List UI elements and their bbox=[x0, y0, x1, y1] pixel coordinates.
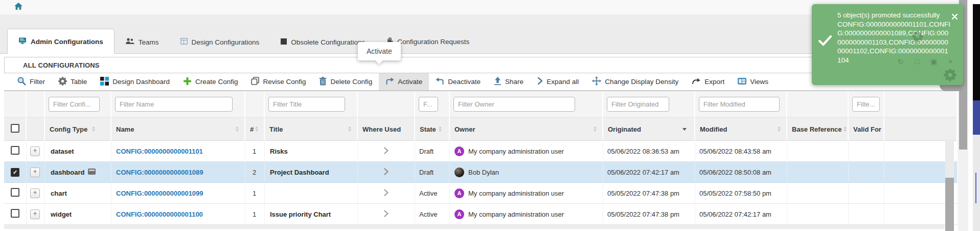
edge-strip-white bbox=[973, 0, 980, 4]
column-header-name[interactable]: Name bbox=[111, 118, 245, 141]
filter-title-input[interactable] bbox=[268, 97, 345, 112]
tab-label: Design Configurations bbox=[192, 38, 260, 46]
magnifier-icon bbox=[17, 76, 26, 87]
close-icon[interactable] bbox=[952, 12, 958, 22]
config-link[interactable]: CONFIG:0000000000001100 bbox=[112, 211, 203, 218]
filter-row bbox=[4, 91, 958, 118]
views-window-icon bbox=[738, 78, 746, 86]
copy-icon bbox=[251, 77, 259, 87]
table-row: chart CONFIG:0000000000001099 1 Active A… bbox=[4, 183, 958, 204]
row-checkbox[interactable] bbox=[11, 209, 19, 218]
home-icon[interactable] bbox=[14, 3, 22, 12]
row-checkbox[interactable]: ✓ bbox=[11, 168, 19, 177]
tab-label: Configuration Requests bbox=[397, 38, 469, 46]
curved-arrow-icon bbox=[692, 77, 701, 86]
tab-label: Admin Configurations bbox=[31, 38, 103, 46]
sort-icon bbox=[594, 127, 597, 132]
select-all-checkbox[interactable] bbox=[11, 124, 19, 133]
column-header-originated[interactable]: Originated bbox=[603, 118, 695, 141]
delete-config-button[interactable]: Delete Config bbox=[312, 73, 379, 90]
column-header-num[interactable]: # bbox=[245, 118, 265, 141]
window-grid-icon bbox=[180, 38, 188, 46]
expand-all-button[interactable]: Expand all bbox=[530, 73, 585, 90]
filter-state-input[interactable] bbox=[419, 97, 438, 112]
avatar bbox=[454, 167, 464, 177]
where-used-chevron-icon[interactable] bbox=[384, 190, 389, 198]
expand-button[interactable] bbox=[30, 146, 40, 156]
up-arrow-icon bbox=[494, 77, 502, 87]
design-dashboard-button[interactable]: Design Dashboard bbox=[94, 73, 176, 90]
config-link[interactable]: CONFIG:0000000000001089 bbox=[112, 169, 203, 176]
avatar: A bbox=[454, 209, 464, 219]
filter-modified-input[interactable] bbox=[699, 97, 780, 112]
where-used-chevron-icon[interactable] bbox=[384, 211, 389, 219]
grid-2x2-icon bbox=[100, 77, 109, 87]
sort-icon bbox=[844, 127, 847, 132]
panel-title: ALL CONFIGURATIONS bbox=[23, 61, 100, 69]
deactivate-button[interactable]: Deactivate bbox=[429, 73, 487, 90]
edge-strip-black bbox=[973, 4, 980, 100]
toast-title: 5 object(s) promoted successfully bbox=[837, 11, 951, 20]
column-header-base-reference[interactable]: Base Reference bbox=[787, 118, 849, 141]
tab-admin-configurations[interactable]: Admin Configurations bbox=[7, 29, 115, 54]
views-button[interactable]: Views bbox=[731, 73, 775, 90]
column-header-config-type[interactable]: Config Type bbox=[45, 118, 111, 141]
filter-owner-input[interactable] bbox=[453, 97, 575, 112]
filter-name-input[interactable] bbox=[115, 97, 233, 112]
expand-button[interactable] bbox=[30, 209, 40, 219]
tab-teams[interactable]: Teams bbox=[115, 30, 170, 54]
column-header-valid-for[interactable]: Valid For bbox=[849, 118, 884, 141]
tab-label: Obsolete Configurations bbox=[291, 38, 365, 46]
table-scrollbar-thumb[interactable] bbox=[945, 178, 954, 231]
plus-icon bbox=[183, 77, 192, 87]
trash-icon bbox=[319, 77, 327, 87]
avatar: A bbox=[454, 146, 464, 156]
row-checkbox[interactable] bbox=[11, 188, 19, 197]
table-button[interactable]: Table bbox=[52, 73, 94, 90]
table-row: widget CONFIG:0000000000001100 1 Issue p… bbox=[4, 204, 958, 225]
config-link[interactable]: CONFIG:0000000000001099 bbox=[112, 190, 203, 197]
avatar: A bbox=[454, 188, 464, 198]
column-header-state[interactable]: State bbox=[415, 118, 450, 141]
black-square-icon bbox=[281, 38, 287, 46]
tab-design-configurations[interactable]: Design Configurations bbox=[170, 30, 270, 54]
revise-config-button[interactable]: Revise Config bbox=[244, 73, 312, 90]
column-header-title[interactable]: Title bbox=[265, 118, 358, 141]
chevron-right-icon bbox=[537, 77, 543, 87]
sort-icon bbox=[348, 127, 351, 132]
where-used-chevron-icon[interactable] bbox=[384, 148, 389, 156]
edge-strip-blue-line bbox=[975, 173, 976, 203]
filter-originated-input[interactable] bbox=[607, 97, 669, 112]
state-value: Draft bbox=[415, 141, 450, 162]
return-arrow-icon bbox=[436, 77, 444, 87]
screen: Admin Configurations Teams Design Config… bbox=[0, 0, 980, 231]
success-toast: 5 object(s) promoted successfully CONFIG… bbox=[812, 4, 963, 85]
state-value: Active bbox=[415, 183, 450, 204]
state-value: Active bbox=[415, 204, 450, 225]
expand-button[interactable] bbox=[30, 167, 40, 177]
state-value: Draft bbox=[415, 162, 450, 183]
filter-button[interactable]: Filter bbox=[10, 73, 52, 90]
column-header-owner[interactable]: Owner bbox=[450, 118, 603, 141]
expand-button[interactable] bbox=[30, 188, 40, 198]
people-icon bbox=[125, 38, 134, 46]
activate-button[interactable]: Activate bbox=[379, 73, 429, 90]
ghost-gear-icon bbox=[944, 69, 956, 83]
change-display-density-button[interactable]: Change Display Density bbox=[585, 73, 685, 90]
share-button[interactable]: Share bbox=[487, 73, 530, 90]
export-button[interactable]: Export bbox=[685, 73, 731, 90]
filter-config-type-input[interactable] bbox=[49, 97, 100, 112]
table-bottom-strip bbox=[4, 225, 945, 229]
column-header-modified[interactable]: Modified bbox=[695, 118, 787, 141]
row-checkbox[interactable] bbox=[11, 146, 19, 155]
create-config-button[interactable]: Create Config bbox=[176, 73, 244, 90]
configurations-table: Config Type Name # Title Where Used Stat… bbox=[4, 91, 958, 225]
sort-icon bbox=[255, 127, 258, 132]
table-row: ✓ dashboard CONFIG:0000000000001089 2 Pr… bbox=[4, 162, 958, 183]
config-link[interactable]: CONFIG:0000000000001101 bbox=[112, 148, 203, 155]
sort-icon bbox=[236, 127, 239, 132]
where-used-chevron-icon[interactable] bbox=[384, 169, 389, 177]
check-icon bbox=[818, 35, 832, 48]
ghost-window-icons: ↻ □ ▣ × bbox=[898, 57, 957, 66]
filter-valid-for-input[interactable] bbox=[852, 97, 880, 112]
